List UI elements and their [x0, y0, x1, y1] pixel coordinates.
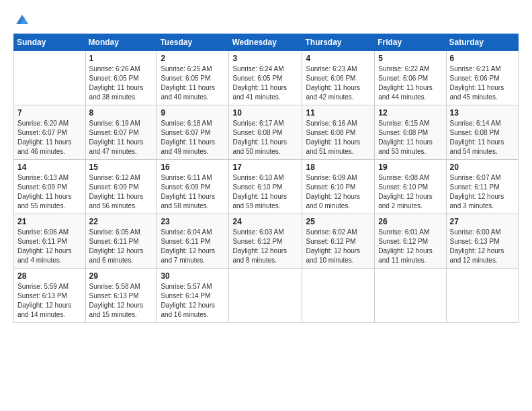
day-info: Sunrise: 6:24 AM Sunset: 6:05 PM Dayligh… — [232, 64, 298, 102]
day-info: Sunrise: 6:18 AM Sunset: 6:07 PM Dayligh… — [161, 119, 225, 156]
calendar-cell: 27Sunrise: 6:00 AM Sunset: 6:13 PM Dayli… — [446, 214, 518, 269]
calendar-week-row: 1Sunrise: 6:26 AM Sunset: 6:05 PM Daylig… — [14, 51, 519, 105]
calendar-cell: 25Sunrise: 6:02 AM Sunset: 6:12 PM Dayli… — [302, 214, 375, 269]
calendar-cell — [446, 269, 518, 323]
weekday-header: Thursday — [302, 34, 375, 51]
day-info: Sunrise: 6:02 AM Sunset: 6:12 PM Dayligh… — [306, 228, 371, 265]
weekday-header: Monday — [85, 34, 157, 51]
calendar-cell — [302, 269, 375, 323]
day-number: 2 — [161, 54, 225, 63]
day-number: 15 — [89, 163, 154, 172]
day-info: Sunrise: 6:22 AM Sunset: 6:06 PM Dayligh… — [378, 64, 442, 102]
day-info: Sunrise: 6:08 AM Sunset: 6:10 PM Dayligh… — [378, 173, 442, 211]
calendar-cell: 23Sunrise: 6:04 AM Sunset: 6:11 PM Dayli… — [157, 214, 229, 269]
day-number: 19 — [378, 163, 442, 172]
calendar-cell: 21Sunrise: 6:06 AM Sunset: 6:11 PM Dayli… — [14, 214, 86, 269]
day-number: 26 — [378, 217, 442, 226]
weekday-header: Tuesday — [157, 34, 229, 51]
day-number: 10 — [232, 108, 298, 118]
calendar-cell — [229, 269, 302, 323]
day-info: Sunrise: 6:07 AM Sunset: 6:11 PM Dayligh… — [450, 173, 515, 211]
day-number: 28 — [17, 271, 82, 281]
day-info: Sunrise: 6:25 AM Sunset: 6:05 PM Dayligh… — [161, 64, 225, 102]
day-number: 1 — [89, 54, 154, 63]
day-info: Sunrise: 6:03 AM Sunset: 6:12 PM Dayligh… — [232, 228, 298, 265]
day-info: Sunrise: 5:58 AM Sunset: 6:13 PM Dayligh… — [89, 282, 154, 320]
page: SundayMondayTuesdayWednesdayThursdayFrid… — [0, 0, 532, 411]
day-number: 27 — [450, 217, 515, 226]
day-number: 17 — [232, 163, 298, 172]
day-number: 3 — [232, 54, 298, 63]
day-info: Sunrise: 6:20 AM Sunset: 6:07 PM Dayligh… — [17, 119, 82, 156]
day-info: Sunrise: 6:10 AM Sunset: 6:10 PM Dayligh… — [232, 173, 298, 211]
calendar-cell: 26Sunrise: 6:01 AM Sunset: 6:12 PM Dayli… — [375, 214, 446, 269]
weekday-header: Wednesday — [229, 34, 302, 51]
day-number: 23 — [161, 217, 225, 226]
day-number: 16 — [161, 163, 225, 172]
day-info: Sunrise: 5:57 AM Sunset: 6:14 PM Dayligh… — [161, 282, 225, 320]
calendar-cell: 30Sunrise: 5:57 AM Sunset: 6:14 PM Dayli… — [157, 269, 229, 323]
calendar-cell: 28Sunrise: 5:59 AM Sunset: 6:13 PM Dayli… — [14, 269, 86, 323]
calendar-cell: 13Sunrise: 6:14 AM Sunset: 6:08 PM Dayli… — [446, 105, 518, 160]
day-number: 22 — [89, 217, 154, 226]
calendar-week-row: 7Sunrise: 6:20 AM Sunset: 6:07 PM Daylig… — [14, 105, 519, 160]
calendar-cell: 10Sunrise: 6:17 AM Sunset: 6:08 PM Dayli… — [229, 105, 302, 160]
calendar-cell: 14Sunrise: 6:13 AM Sunset: 6:09 PM Dayli… — [14, 160, 86, 214]
day-info: Sunrise: 6:00 AM Sunset: 6:13 PM Dayligh… — [450, 228, 515, 265]
calendar-cell: 11Sunrise: 6:16 AM Sunset: 6:08 PM Dayli… — [302, 105, 375, 160]
day-info: Sunrise: 6:17 AM Sunset: 6:08 PM Dayligh… — [232, 119, 298, 156]
calendar-cell: 24Sunrise: 6:03 AM Sunset: 6:12 PM Dayli… — [229, 214, 302, 269]
day-number: 5 — [378, 54, 442, 63]
day-info: Sunrise: 6:11 AM Sunset: 6:09 PM Dayligh… — [161, 173, 225, 211]
day-info: Sunrise: 6:16 AM Sunset: 6:08 PM Dayligh… — [306, 119, 371, 156]
calendar-cell: 16Sunrise: 6:11 AM Sunset: 6:09 PM Dayli… — [157, 160, 229, 214]
calendar-cell: 18Sunrise: 6:09 AM Sunset: 6:10 PM Dayli… — [302, 160, 375, 214]
logo-icon — [15, 12, 30, 27]
day-number: 11 — [306, 108, 371, 118]
calendar-cell: 4Sunrise: 6:23 AM Sunset: 6:06 PM Daylig… — [302, 51, 375, 105]
calendar-cell: 8Sunrise: 6:19 AM Sunset: 6:07 PM Daylig… — [85, 105, 157, 160]
day-info: Sunrise: 6:09 AM Sunset: 6:10 PM Dayligh… — [306, 173, 371, 211]
day-number: 25 — [306, 217, 371, 226]
day-info: Sunrise: 6:01 AM Sunset: 6:12 PM Dayligh… — [378, 228, 442, 265]
day-number: 4 — [306, 54, 371, 63]
calendar-cell: 7Sunrise: 6:20 AM Sunset: 6:07 PM Daylig… — [14, 105, 86, 160]
day-number: 9 — [161, 108, 225, 118]
weekday-header: Friday — [375, 34, 446, 51]
day-info: Sunrise: 6:12 AM Sunset: 6:09 PM Dayligh… — [89, 173, 154, 211]
calendar-week-row: 14Sunrise: 6:13 AM Sunset: 6:09 PM Dayli… — [14, 160, 519, 214]
day-number: 13 — [450, 108, 515, 118]
calendar-cell: 9Sunrise: 6:18 AM Sunset: 6:07 PM Daylig… — [157, 105, 229, 160]
day-info: Sunrise: 6:13 AM Sunset: 6:09 PM Dayligh… — [17, 173, 82, 211]
day-info: Sunrise: 6:19 AM Sunset: 6:07 PM Dayligh… — [89, 119, 154, 156]
weekday-header: Saturday — [446, 34, 518, 51]
calendar-week-row: 28Sunrise: 5:59 AM Sunset: 6:13 PM Dayli… — [14, 269, 519, 323]
calendar-cell: 6Sunrise: 6:21 AM Sunset: 6:06 PM Daylig… — [446, 51, 518, 105]
calendar-cell — [14, 51, 86, 105]
header — [13, 12, 519, 27]
day-info: Sunrise: 6:06 AM Sunset: 6:11 PM Dayligh… — [17, 228, 82, 265]
day-info: Sunrise: 6:21 AM Sunset: 6:06 PM Dayligh… — [450, 64, 515, 102]
day-info: Sunrise: 6:23 AM Sunset: 6:06 PM Dayligh… — [306, 64, 371, 102]
calendar-cell: 20Sunrise: 6:07 AM Sunset: 6:11 PM Dayli… — [446, 160, 518, 214]
day-info: Sunrise: 6:05 AM Sunset: 6:11 PM Dayligh… — [89, 228, 154, 265]
calendar-cell — [375, 269, 446, 323]
calendar-cell: 22Sunrise: 6:05 AM Sunset: 6:11 PM Dayli… — [85, 214, 157, 269]
day-number: 14 — [17, 163, 82, 172]
calendar-cell: 17Sunrise: 6:10 AM Sunset: 6:10 PM Dayli… — [229, 160, 302, 214]
day-number: 20 — [450, 163, 515, 172]
calendar-cell: 15Sunrise: 6:12 AM Sunset: 6:09 PM Dayli… — [85, 160, 157, 214]
day-number: 6 — [450, 54, 515, 63]
calendar: SundayMondayTuesdayWednesdayThursdayFrid… — [13, 34, 519, 323]
day-number: 8 — [89, 108, 154, 118]
calendar-cell: 5Sunrise: 6:22 AM Sunset: 6:06 PM Daylig… — [375, 51, 446, 105]
calendar-cell: 19Sunrise: 6:08 AM Sunset: 6:10 PM Dayli… — [375, 160, 446, 214]
day-info: Sunrise: 6:04 AM Sunset: 6:11 PM Dayligh… — [161, 228, 225, 265]
day-number: 21 — [17, 217, 82, 226]
calendar-cell: 1Sunrise: 6:26 AM Sunset: 6:05 PM Daylig… — [85, 51, 157, 105]
day-number: 12 — [378, 108, 442, 118]
day-number: 24 — [232, 217, 298, 226]
calendar-cell: 29Sunrise: 5:58 AM Sunset: 6:13 PM Dayli… — [85, 269, 157, 323]
calendar-cell: 12Sunrise: 6:15 AM Sunset: 6:08 PM Dayli… — [375, 105, 446, 160]
logo — [13, 12, 30, 27]
